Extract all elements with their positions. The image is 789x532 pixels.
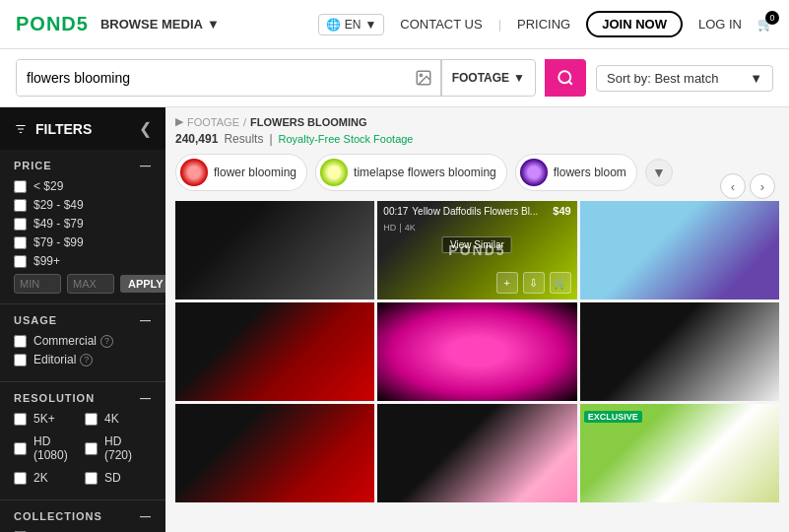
chip-label-flowers-bloom: flowers bloom [554, 166, 626, 179]
hd-badge-row: HD | 4K [383, 223, 415, 233]
image-red-rose [175, 302, 374, 401]
filter-res-5k[interactable]: 5K+ [14, 412, 81, 426]
image-pink-rose [377, 404, 576, 502]
usage-collapse-icon[interactable]: ― [140, 314, 152, 326]
image-cell-yellow-daffodil[interactable]: 00:17 Yellow Daffodils Flowers Bl... $49… [377, 201, 576, 299]
price-max-input[interactable] [67, 274, 114, 294]
editorial-help-icon[interactable]: ? [80, 354, 93, 366]
image-cell-white-peony[interactable] [580, 302, 779, 401]
res-hd720-checkbox[interactable] [85, 442, 98, 455]
footage-label: FOOTAGE [452, 71, 509, 85]
commercial-help-icon[interactable]: ? [100, 335, 113, 348]
sidebar: FILTERS ❮ PRICE ― < $29 $29 - $49 $49 - … [0, 107, 165, 532]
pricing-link[interactable]: PRICING [517, 17, 570, 32]
browse-media-button[interactable]: BROWSE MEDIA ▼ [100, 17, 220, 32]
language-selector[interactable]: 🌐 EN ▼ [318, 14, 385, 35]
filter-res-4k[interactable]: 4K [85, 412, 152, 426]
image-cell-purple-crocus[interactable] [580, 201, 779, 299]
footage-type-selector[interactable]: FOOTAGE ▼ [441, 60, 535, 96]
res-2k-checkbox[interactable] [14, 472, 27, 485]
download-preview-icon[interactable]: ⇩ [523, 272, 545, 294]
res-hd1080-checkbox[interactable] [14, 442, 27, 455]
results-info: 240,491 Results | Royalty-Free Stock Foo… [175, 132, 779, 146]
sort-selector[interactable]: Sort by: Best match ▼ [596, 65, 773, 92]
image-pink-dahlia [377, 302, 576, 401]
usage-editorial-checkbox[interactable] [14, 354, 27, 366]
log-in-link[interactable]: LOG IN [698, 17, 742, 32]
price-apply-button[interactable]: APPLY [120, 275, 171, 293]
filter-section-usage: USAGE ― Commercial ? Editorial ? [0, 304, 165, 382]
filter-usage-editorial[interactable]: Editorial ? [14, 353, 152, 366]
chip-flowers-bloom[interactable]: flowers bloom [515, 154, 637, 191]
filter-price-under29[interactable]: < $29 [14, 179, 152, 193]
sidebar-collapse-button[interactable]: ❮ [139, 119, 152, 138]
image-red-tulip [175, 404, 374, 502]
search-box: FOOTAGE ▼ [16, 59, 536, 97]
lang-label: EN [345, 18, 362, 32]
search-button[interactable] [545, 59, 586, 97]
nav-next-button[interactable]: › [750, 173, 775, 199]
cart-button[interactable]: 🛒 0 [757, 17, 773, 32]
image-cell-red-tulip[interactable] [175, 404, 374, 502]
image-white-peony [580, 302, 779, 401]
chip-label-timelapse: timelapse flowers blooming [354, 166, 496, 179]
view-similar-button[interactable]: View Similar [442, 236, 512, 253]
filter-price-99plus[interactable]: $99+ [14, 254, 152, 268]
image-cell-daisies-field[interactable]: EXCLUSIVE [580, 404, 779, 502]
add-to-cart-icon[interactable]: 🛒 [550, 272, 571, 294]
image-cell-pink-dahlia[interactable] [377, 302, 576, 401]
svg-point-1 [420, 74, 422, 76]
collections-collapse-icon[interactable]: ― [140, 510, 152, 522]
filter-res-2k[interactable]: 2K [14, 471, 81, 485]
chip-img-flower-blooming [180, 159, 208, 186]
res-sd-checkbox[interactable] [85, 472, 98, 485]
filter-res-hd720[interactable]: HD (720) [85, 434, 152, 462]
lang-chevron-icon: ▼ [364, 18, 376, 32]
chips-more-button[interactable]: ▼ [645, 159, 673, 186]
filters-title: FILTERS [14, 121, 92, 137]
browse-media-label: BROWSE MEDIA [100, 17, 203, 32]
chips-row: flower blooming timelapse flowers bloomi… [175, 154, 779, 191]
chip-flower-blooming[interactable]: flower blooming [175, 154, 307, 191]
royalty-text: Royalty-Free Stock Footage [279, 133, 414, 145]
breadcrumb-flowers: FLOWERS BLOOMING [250, 116, 367, 128]
image-cell-white-flower[interactable] [175, 201, 374, 299]
main-layout: FILTERS ❮ PRICE ― < $29 $29 - $49 $49 - … [0, 107, 789, 532]
price-29-49-checkbox[interactable] [14, 199, 27, 212]
price-49-79-checkbox[interactable] [14, 218, 27, 231]
contact-us-link[interactable]: CONTACT US [400, 17, 482, 32]
filter-res-sd[interactable]: SD [85, 471, 152, 485]
res-5k-checkbox[interactable] [14, 413, 27, 426]
chip-timelapse[interactable]: timelapse flowers blooming [315, 154, 507, 191]
header-nav: 🌐 EN ▼ CONTACT US | PRICING JOIN NOW LOG… [318, 11, 773, 37]
filter-res-hd1080[interactable]: HD (1080) [14, 434, 81, 462]
results-count: 240,491 [175, 132, 218, 146]
resolution-collapse-icon[interactable]: ― [140, 392, 152, 404]
nav-prev-button[interactable]: ‹ [720, 173, 746, 199]
price-collapse-icon[interactable]: ― [140, 160, 152, 171]
usage-commercial-checkbox[interactable] [14, 335, 27, 348]
price-79-99-checkbox[interactable] [14, 236, 27, 249]
image-cell-red-rose[interactable] [175, 302, 374, 401]
filter-usage-commercial[interactable]: Commercial ? [14, 334, 152, 348]
logo[interactable]: POND5 [16, 13, 89, 35]
breadcrumb: ▶ FOOTAGE / FLOWERS BLOOMING [175, 115, 779, 128]
join-now-button[interactable]: JOIN NOW [586, 11, 683, 37]
price-min-input[interactable] [14, 274, 61, 294]
res-4k-checkbox[interactable] [85, 413, 98, 426]
search-input[interactable] [17, 60, 407, 96]
cart-badge: 0 [765, 11, 779, 25]
price-section-title: PRICE ― [14, 160, 152, 171]
filter-price-49-79[interactable]: $49 - $79 [14, 217, 152, 231]
price-99plus-checkbox[interactable] [14, 255, 27, 268]
image-purple-crocus [580, 201, 779, 299]
price-range-row: APPLY [14, 274, 152, 294]
add-to-collection-icon[interactable]: + [496, 272, 518, 294]
chip-img-flowers-bloom [520, 159, 548, 186]
image-search-icon[interactable] [407, 60, 441, 96]
filter-price-29-49[interactable]: $29 - $49 [14, 198, 152, 212]
image-cell-pink-rose[interactable] [377, 404, 576, 502]
price-under29-checkbox[interactable] [14, 180, 27, 193]
filter-price-79-99[interactable]: $79 - $99 [14, 235, 152, 249]
breadcrumb-footage[interactable]: FOOTAGE [187, 116, 239, 128]
